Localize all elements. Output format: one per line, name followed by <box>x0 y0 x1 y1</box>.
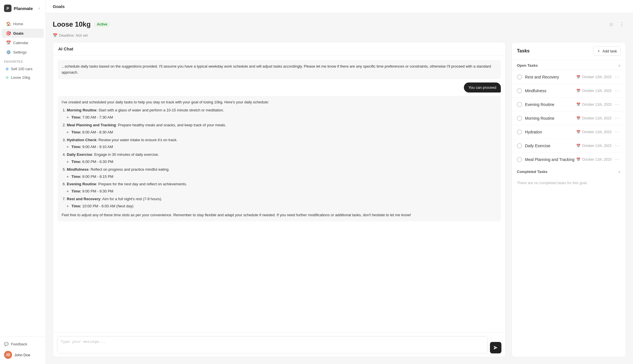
task-right: 📅 October 11th, 2023 ⋯ <box>576 142 621 149</box>
ai-message-2: I've created and scheduled your daily ta… <box>58 96 501 222</box>
task-left: Hydration <box>517 129 542 135</box>
sidebar: P Planmate ‹ 🏠Home🎯Goals📅Calendar⚙️Setti… <box>0 0 46 364</box>
no-completed-text: There are no completed tasks for this go… <box>512 176 626 190</box>
task-date: 📅 October 11th, 2023 <box>576 103 611 107</box>
task-checkbox[interactable] <box>517 116 522 121</box>
sidebar-item-settings[interactable]: ⚙️Settings <box>2 48 44 57</box>
task-list: Rest and Recovery 📅 October 12th, 2023 ⋯… <box>512 70 626 166</box>
calendar-icon: 📅 <box>576 75 581 79</box>
sidebar-item-label: Goals <box>13 31 24 36</box>
chat-panel: AI Chat ...schedule daily tasks based on… <box>53 42 506 357</box>
page-header: Goals <box>46 0 633 13</box>
calendar-icon: 📅 <box>576 144 581 148</box>
task-more-button[interactable]: ⋯ <box>614 156 621 163</box>
task-right: 📅 October 12th, 2023 ⋯ <box>576 74 621 80</box>
chat-title: AI Chat <box>53 42 505 56</box>
sidebar-nav: 🏠Home🎯Goals📅Calendar⚙️Settings Favorites… <box>0 17 46 337</box>
sidebar-item-calendar[interactable]: 📅Calendar <box>2 38 44 47</box>
task-item: Morning Routine 📅 October 11th, 2023 ⋯ <box>512 111 626 125</box>
calendar-icon: 📅 <box>576 103 581 107</box>
task-right: 📅 October 11th, 2023 ⋯ <box>576 129 621 135</box>
task-date: 📅 October 11th, 2023 <box>576 130 611 134</box>
completed-tasks-chevron-icon: ∧ <box>618 170 621 174</box>
open-tasks-chevron-icon: ∧ <box>618 64 621 68</box>
task-name: Hydration <box>525 130 542 134</box>
task-more-button[interactable]: ⋯ <box>614 115 621 121</box>
calendar-icon: 📅 <box>6 40 11 45</box>
tasks-title: Tasks <box>517 48 530 54</box>
task-left: Rest and Recovery <box>517 74 559 80</box>
calendar-icon: 📅 <box>576 158 581 162</box>
add-task-label: Add task <box>602 49 617 53</box>
favorites-label: Favorites <box>0 57 46 64</box>
goal-title-left: Loose 10kg Active <box>53 20 110 28</box>
tasks-body: Open Tasks ∧ Rest and Recovery 📅 October… <box>512 60 626 357</box>
collapse-sidebar-button[interactable]: ‹ <box>37 5 42 11</box>
chat-messages: ...schedule daily tasks based on the sug… <box>53 56 505 332</box>
feedback-item[interactable]: 💬 Feedback <box>0 340 46 349</box>
task-name: Daily Exercise <box>525 143 550 148</box>
goal-body: AI Chat ...schedule daily tasks based on… <box>53 42 626 357</box>
user-name: John Doe <box>14 353 30 357</box>
send-button[interactable] <box>490 342 501 353</box>
sidebar-item-label: Settings <box>13 50 27 54</box>
home-icon: 🏠 <box>6 21 11 26</box>
task-name: Meal Planning and Tracking <box>525 157 575 162</box>
fav-item-sell-100-cars[interactable]: Sell 100 cars <box>2 65 44 73</box>
open-tasks-label: Open Tasks <box>517 63 538 68</box>
add-task-button[interactable]: ＋ Add task <box>593 46 621 56</box>
deadline-text: Deadline: Not set <box>59 33 88 38</box>
task-item: Hydration 📅 October 11th, 2023 ⋯ <box>512 125 626 139</box>
settings-icon: ⚙️ <box>6 50 11 54</box>
task-more-button[interactable]: ⋯ <box>614 87 621 94</box>
task-name: Rest and Recovery <box>525 75 559 79</box>
task-item: Evening Routine 📅 October 11th, 2023 ⋯ <box>512 97 626 111</box>
chat-input[interactable] <box>57 336 488 353</box>
app-logo: P Planmate ‹ <box>0 0 46 17</box>
calendar-icon: 📅 <box>576 89 581 93</box>
calendar-icon: 📅 <box>53 33 57 38</box>
task-date: 📅 October 11th, 2023 <box>576 144 611 148</box>
goal-deadline: 📅 Deadline: Not set <box>53 33 626 38</box>
task-more-button[interactable]: ⋯ <box>614 129 621 135</box>
goals-icon: 🎯 <box>6 31 11 36</box>
open-tasks-section-header: Open Tasks ∧ <box>512 60 626 70</box>
task-item: Meal Planning and Tracking 📅 October 11t… <box>512 152 626 166</box>
task-checkbox[interactable] <box>517 157 522 162</box>
completed-tasks-section-header: Completed Tasks ∧ <box>512 166 626 176</box>
task-checkbox[interactable] <box>517 88 522 93</box>
task-checkbox[interactable] <box>517 102 522 107</box>
ai-message-1: ...schedule daily tasks based on the sug… <box>58 60 501 79</box>
fav-dot-sell-100-cars <box>6 68 9 70</box>
status-badge: Active <box>94 21 110 27</box>
feedback-icon: 💬 <box>4 342 9 346</box>
user-message-row: You can proceed <box>58 82 501 93</box>
star-button[interactable]: ☆ <box>607 20 615 29</box>
task-item: Rest and Recovery 📅 October 12th, 2023 ⋯ <box>512 70 626 84</box>
add-task-icon: ＋ <box>597 48 601 54</box>
task-more-button[interactable]: ⋯ <box>614 74 621 80</box>
task-more-button[interactable]: ⋯ <box>614 142 621 149</box>
sidebar-item-goals[interactable]: 🎯Goals <box>2 29 44 38</box>
fav-item-lose-10kg[interactable]: Loose 10kg <box>2 73 44 82</box>
fav-dot-lose-10kg <box>6 76 9 79</box>
task-left: Meal Planning and Tracking <box>517 157 575 162</box>
task-more-button[interactable]: ⋯ <box>614 101 621 108</box>
task-date: 📅 October 11th, 2023 <box>576 158 611 162</box>
task-checkbox[interactable] <box>517 74 522 80</box>
user-avatar: JD <box>4 351 12 359</box>
logo-icon: P <box>4 5 11 12</box>
sidebar-item-label: Calendar <box>13 41 28 45</box>
sidebar-item-home[interactable]: 🏠Home <box>2 19 44 28</box>
task-name: Evening Routine <box>525 102 554 107</box>
task-left: Mindfulness <box>517 88 546 93</box>
user-message-1: You can proceed <box>464 82 501 93</box>
task-left: Evening Routine <box>517 102 554 107</box>
task-checkbox[interactable] <box>517 129 522 135</box>
task-checkbox[interactable] <box>517 143 522 148</box>
user-profile[interactable]: JD John Doe <box>0 349 46 361</box>
tasks-panel: Tasks ＋ Add task Open Tasks ∧ <box>511 42 626 357</box>
task-date: 📅 October 11th, 2023 <box>576 89 611 93</box>
more-options-button[interactable]: ⋮ <box>618 20 626 29</box>
goal-title: Loose 10kg <box>53 20 91 28</box>
